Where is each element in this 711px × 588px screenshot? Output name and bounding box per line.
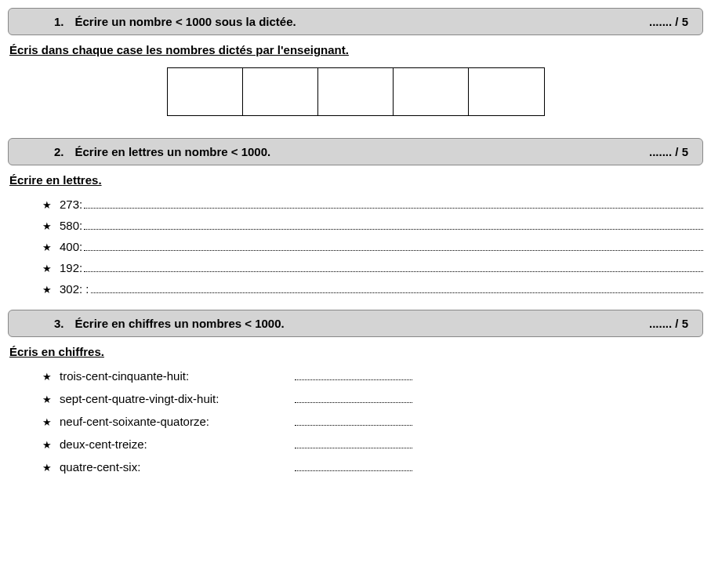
section-2-score: ....... / 5 [649, 145, 688, 158]
section-2-title-wrap: 2. Écrire en lettres un nombre < 1000. [54, 145, 270, 158]
section-1-score: ....... / 5 [649, 15, 688, 28]
section-2-instruction: Écrire en lettres. [9, 173, 703, 187]
section-3-header: 3. Écrire en chiffres un nombres < 1000.… [8, 310, 703, 337]
section-2-num: 2. [54, 145, 64, 158]
answer-line[interactable] [295, 370, 412, 381]
list-item: ★ 273: [42, 198, 703, 211]
star-icon: ★ [42, 394, 60, 405]
lettres-label: 192: [60, 261, 82, 274]
dictation-cell[interactable] [394, 68, 469, 115]
list-item: ★ trois-cent-cinquante-huit: [42, 369, 703, 383]
section-3-instruction: Écris en chiffres. [9, 345, 703, 358]
star-icon: ★ [42, 263, 60, 274]
section-3-title: Écrire en chiffres un nombres < 1000. [75, 317, 285, 330]
section-3-title-wrap: 3. Écrire en chiffres un nombres < 1000. [54, 317, 285, 330]
dictation-cell[interactable] [168, 68, 243, 115]
lettres-label: 580: [60, 219, 82, 232]
star-icon: ★ [42, 416, 60, 428]
lettres-list: ★ 273: ★ 580: ★ 400: ★ 192: ★ 302: : [42, 198, 703, 296]
answer-line[interactable] [84, 198, 703, 209]
list-item: ★ 192: [42, 261, 703, 274]
answer-line[interactable] [295, 461, 412, 472]
answer-line[interactable] [295, 416, 412, 426]
answer-line[interactable] [295, 438, 412, 449]
section-3-num: 3. [54, 317, 64, 330]
star-icon: ★ [42, 439, 60, 451]
dictation-boxes [167, 67, 545, 116]
chiffres-list: ★ trois-cent-cinquante-huit: ★ sept-cent… [42, 369, 703, 474]
star-icon: ★ [42, 284, 60, 296]
section-1-num: 1. [54, 15, 64, 28]
section-1-title-wrap: 1. Écrire un nombre < 1000 sous la dicté… [54, 15, 296, 28]
section-2-title: Écrire en lettres un nombre < 1000. [75, 145, 271, 158]
lettres-label: 302: : [60, 282, 89, 296]
list-item: ★ 400: [42, 240, 703, 253]
answer-line[interactable] [84, 241, 703, 252]
answer-line[interactable] [295, 393, 412, 404]
lettres-label: 273: [60, 198, 82, 211]
chiffres-label: neuf-cent-soixante-quatorze: [60, 415, 295, 428]
section-1-title: Écrire un nombre < 1000 sous la dictée. [75, 15, 296, 28]
section-1-header: 1. Écrire un nombre < 1000 sous la dicté… [8, 8, 703, 35]
section-2-header: 2. Écrire en lettres un nombre < 1000. .… [8, 138, 703, 165]
list-item: ★ neuf-cent-soixante-quatorze: [42, 415, 703, 428]
star-icon: ★ [42, 462, 60, 474]
answer-line[interactable] [84, 262, 703, 273]
dictation-cell[interactable] [469, 68, 544, 115]
chiffres-label: trois-cent-cinquante-huit: [60, 369, 295, 383]
chiffres-label: sept-cent-quatre-vingt-dix-huit: [60, 392, 295, 405]
chiffres-label: deux-cent-treize: [60, 437, 295, 451]
star-icon: ★ [42, 199, 60, 211]
list-item: ★ 302: : [42, 282, 703, 296]
star-icon: ★ [42, 371, 60, 383]
chiffres-label: quatre-cent-six: [60, 460, 295, 474]
lettres-label: 400: [60, 240, 82, 253]
star-icon: ★ [42, 241, 60, 253]
list-item: ★ 580: [42, 219, 703, 232]
answer-line[interactable] [84, 220, 703, 230]
dictation-cell[interactable] [318, 68, 394, 115]
list-item: ★ quatre-cent-six: [42, 460, 703, 474]
list-item: ★ deux-cent-treize: [42, 437, 703, 451]
dictation-cell[interactable] [243, 68, 318, 115]
section-1-instruction: Écris dans chaque case les nombres dicté… [9, 43, 703, 56]
list-item: ★ sept-cent-quatre-vingt-dix-huit: [42, 392, 703, 405]
answer-line[interactable] [91, 283, 703, 294]
star-icon: ★ [42, 220, 60, 232]
dictation-boxes-row [8, 67, 703, 116]
section-3-score: ....... / 5 [649, 317, 688, 330]
